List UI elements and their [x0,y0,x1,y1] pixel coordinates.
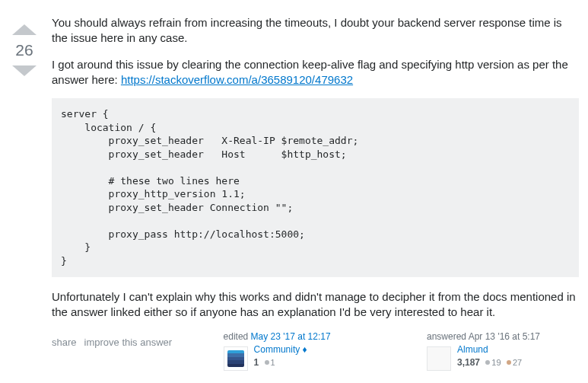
silver-badge-icon [485,360,490,365]
upvote-button[interactable] [12,24,37,35]
reference-link[interactable]: https://stackoverflow.com/a/36589120/479… [121,73,353,86]
paragraph: Unfortunately I can't explain why this w… [52,289,579,321]
post-text: You should always refrain from increasin… [52,15,579,320]
code-block: server { location / { proxy_set_header X… [52,98,579,277]
post-footer: share improve this answer edited May 23 … [52,330,579,371]
author-name-link[interactable]: Almund [457,344,488,355]
author-info: answered Apr 13 '16 at 5:17 Almund 3,187… [427,330,579,371]
paragraph: You should always refrain from increasin… [52,15,579,46]
editor-avatar[interactable] [224,346,248,371]
answer-timestamp: Apr 13 '16 at 5:17 [469,331,540,342]
author-avatar[interactable] [427,346,451,371]
answered-time: answered Apr 13 '16 at 5:17 [427,330,579,343]
author-rep: 3,187 [457,357,480,368]
action-label: answered [427,331,469,342]
bronze-badge-icon [507,360,511,365]
editor-rep: 1 [254,357,259,368]
editor-name-link[interactable]: Community [254,344,300,355]
moderator-diamond-icon: ♦ [303,344,307,355]
post-menu: share improve this answer [52,337,172,348]
vote-cell: 26 [9,15,40,383]
silver-badge-icon [265,360,269,365]
paragraph: I got around this issue by clearing the … [52,57,579,88]
edit-timestamp-link[interactable]: May 23 '17 at 12:17 [251,331,331,342]
answer-post: 26 You should always refrain from increa… [9,15,579,383]
post-cell: You should always refrain from increasin… [52,15,579,383]
editor-info: edited May 23 '17 at 12:17 Community ♦ 1… [224,330,376,371]
author-silver-count: 19 [491,358,501,367]
improve-answer-link[interactable]: improve this answer [84,337,173,348]
edited-time: edited May 23 '17 at 12:17 [224,330,376,343]
vote-count: 26 [15,41,33,59]
community-icon [227,350,244,367]
editor-silver-count: 1 [271,358,275,367]
downvote-button[interactable] [12,65,37,76]
share-link[interactable]: share [52,337,77,348]
author-bronze-count: 27 [513,358,522,367]
action-label: edited [224,331,251,342]
